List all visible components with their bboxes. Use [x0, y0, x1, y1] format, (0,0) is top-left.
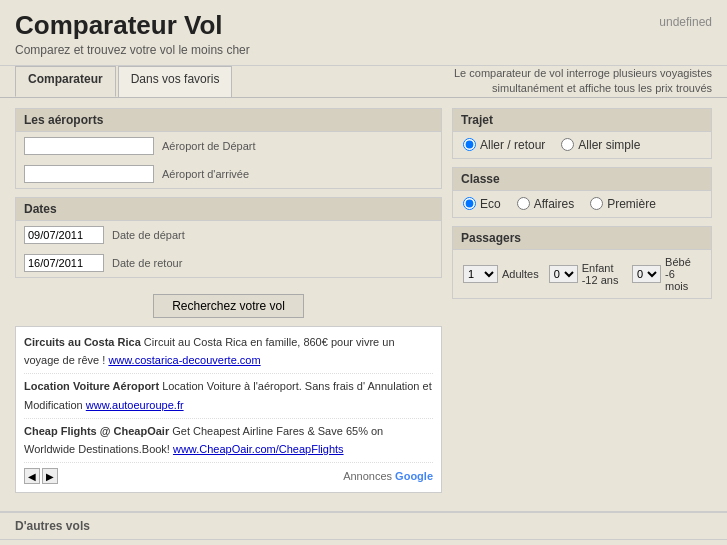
enfants-select[interactable]: 0123 — [549, 265, 578, 283]
trajet-radio-row: Aller / retour Aller simple — [453, 132, 711, 158]
adultes-group: 1234 Adultes — [463, 265, 539, 283]
ad-label-3: Cheap Flights @ CheapOair — [24, 425, 169, 437]
depart-date-input[interactable] — [24, 226, 104, 244]
depart-input[interactable] — [24, 137, 154, 155]
classe-affaires[interactable]: Affaires — [517, 197, 574, 211]
tabs-bar: Comparateur Dans vos favoris Le comparat… — [0, 66, 727, 98]
trajet-aller-retour-radio[interactable] — [463, 138, 476, 151]
ad-label-2: Location Voiture Aéroport — [24, 380, 159, 392]
retour-date-input[interactable] — [24, 254, 104, 272]
trajet-aller-simple[interactable]: Aller simple — [561, 138, 640, 152]
header: Comparateur Vol Comparez et trouvez votr… — [0, 0, 727, 66]
arrivee-field: Aéroport d'arrivée — [16, 160, 441, 188]
enfants-group: 0123 Enfant -12 ans — [549, 262, 622, 286]
ad-link-3[interactable]: www.CheapOair.com/CheapFlights — [173, 443, 344, 455]
depart-label: Aéroport de Départ — [162, 140, 256, 152]
arrivee-label: Aéroport d'arrivée — [162, 168, 249, 180]
bebes-select[interactable]: 012 — [632, 265, 661, 283]
adultes-label: Adultes — [502, 268, 539, 280]
autres-vols-bar: D'autres vols — [0, 511, 727, 539]
ad-link-2[interactable]: www.autoeuroupe.fr — [86, 399, 184, 411]
ad-label-1: Circuits au Costa Rica — [24, 336, 141, 348]
google-brand: Google — [395, 470, 433, 482]
ads-google-label: Annonces Google — [343, 467, 433, 486]
passagers-row: 1234 Adultes 0123 Enfant -12 ans 012 — [453, 250, 711, 298]
classe-premiere-label: Première — [607, 197, 656, 211]
ads-nav: ◀ ▶ — [24, 468, 58, 484]
classe-section: Classe Eco Affaires Première — [452, 167, 712, 218]
trajet-section: Trajet Aller / retour Aller simple — [452, 108, 712, 159]
ads-box: Circuits au Costa Rica Circuit au Costa … — [15, 326, 442, 493]
header-left: Comparateur Vol Comparez et trouvez votr… — [15, 10, 250, 57]
depart-date-field: Date de départ — [16, 221, 441, 249]
classe-affaires-label: Affaires — [534, 197, 574, 211]
retour-date-field: Date de retour — [16, 249, 441, 277]
classe-title: Classe — [453, 168, 711, 191]
bebes-label: Bébé -6 mois — [665, 256, 701, 292]
depart-field: Aéroport de Départ — [16, 132, 441, 160]
ads-prev-btn[interactable]: ◀ — [24, 468, 40, 484]
airports-section: Les aéroports Aéroport de Départ Aéropor… — [15, 108, 442, 189]
classe-radio-row: Eco Affaires Première — [453, 191, 711, 217]
classe-eco-label: Eco — [480, 197, 501, 211]
classe-eco-radio[interactable] — [463, 197, 476, 210]
bebes-group: 012 Bébé -6 mois — [632, 256, 701, 292]
arrivee-input[interactable] — [24, 165, 154, 183]
search-btn-wrap: Recherchez votre vol — [15, 286, 442, 326]
ads-footer: ◀ ▶ Annonces Google — [24, 467, 433, 486]
left-panel: Les aéroports Aéroport de Départ Aéropor… — [15, 108, 442, 501]
site-title: Comparateur Vol — [15, 10, 250, 41]
tab-comparateur[interactable]: Comparateur — [15, 66, 116, 97]
regions-bar: - Afrique - Amérique du Nord - Amérique … — [0, 539, 727, 545]
site-subtitle: Comparez et trouvez votre vol le moins c… — [15, 43, 250, 57]
trajet-aller-simple-label: Aller simple — [578, 138, 640, 152]
main-content: Les aéroports Aéroport de Départ Aéropor… — [0, 98, 727, 511]
trajet-aller-retour-label: Aller / retour — [480, 138, 545, 152]
header-undefined: undefined — [659, 10, 712, 29]
passagers-section: Passagers 1234 Adultes 0123 Enfant -12 a… — [452, 226, 712, 299]
classe-eco[interactable]: Eco — [463, 197, 501, 211]
trajet-aller-retour[interactable]: Aller / retour — [463, 138, 545, 152]
dates-section: Dates Date de départ Date de retour — [15, 197, 442, 278]
ad-link-1[interactable]: www.costarica-decouverte.com — [108, 354, 260, 366]
passagers-title: Passagers — [453, 227, 711, 250]
classe-premiere-radio[interactable] — [590, 197, 603, 210]
enfants-label: Enfant -12 ans — [582, 262, 622, 286]
airports-title: Les aéroports — [16, 109, 441, 132]
search-button[interactable]: Recherchez votre vol — [153, 294, 304, 318]
classe-premiere[interactable]: Première — [590, 197, 656, 211]
tab-info: Le comparateur de vol interroge plusieur… — [454, 66, 712, 97]
trajet-title: Trajet — [453, 109, 711, 132]
trajet-aller-simple-radio[interactable] — [561, 138, 574, 151]
ad-row-3: Cheap Flights @ CheapOair Get Cheapest A… — [24, 422, 433, 463]
tab-favoris[interactable]: Dans vos favoris — [118, 66, 233, 97]
classe-affaires-radio[interactable] — [517, 197, 530, 210]
dates-title: Dates — [16, 198, 441, 221]
adultes-select[interactable]: 1234 — [463, 265, 498, 283]
depart-date-label: Date de départ — [112, 229, 185, 241]
ad-row-1: Circuits au Costa Rica Circuit au Costa … — [24, 333, 433, 374]
retour-date-label: Date de retour — [112, 257, 182, 269]
ads-next-btn[interactable]: ▶ — [42, 468, 58, 484]
right-panel: Trajet Aller / retour Aller simple Class… — [452, 108, 712, 501]
ad-row-2: Location Voiture Aéroport Location Voitu… — [24, 377, 433, 418]
